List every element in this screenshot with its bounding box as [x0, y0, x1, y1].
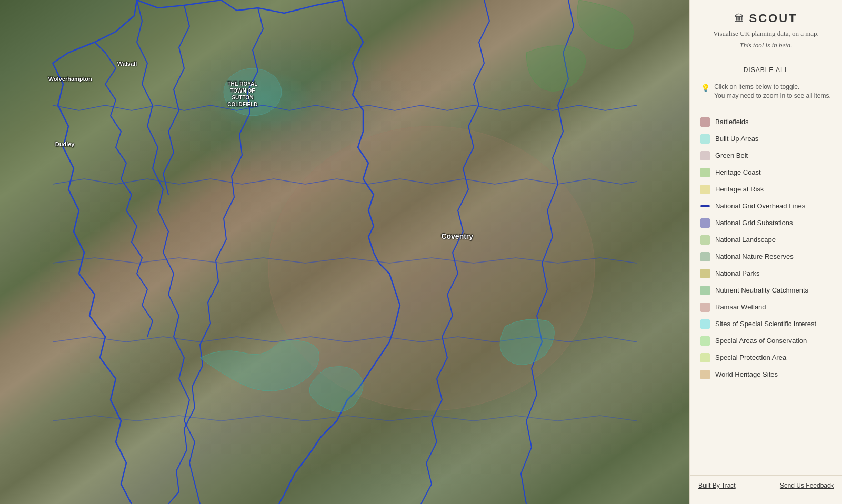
legend-label-special-protection-area: Special Protection Area — [715, 354, 786, 361]
legend-swatch-heritage-coast — [700, 168, 710, 177]
legend-label-ramsar-wetland: Ramsar Wetland — [715, 303, 766, 311]
legend-item-green-belt[interactable]: Green Belt — [698, 147, 834, 164]
legend-item-special-areas-conservation[interactable]: Special Areas of Conservation — [698, 332, 834, 349]
title-row: 🏛 SCOUT — [700, 12, 831, 25]
legend-swatch-built-up-areas — [700, 134, 710, 144]
sidebar-controls: DISABLE ALL 💡 Click on items below to to… — [690, 55, 842, 108]
legend-swatch-national-grid-substations — [700, 218, 710, 228]
legend-label-green-belt: Green Belt — [715, 152, 748, 159]
map-container[interactable]: Wolverhampton Walsall Dudley Coventry TH… — [0, 0, 689, 504]
legend-swatch-special-protection-area — [700, 353, 710, 362]
app-subtitle: Visualise UK planning data, on a map. — [700, 29, 831, 38]
toggle-hint-line2: You may need to zoom in to see all items… — [714, 92, 831, 99]
toggle-hint-text: Click on items below to toggle. You may … — [714, 83, 831, 100]
toggle-hint: 💡 Click on items below to toggle. You ma… — [701, 83, 831, 100]
sidebar: 🏛 SCOUT Visualise UK planning data, on a… — [689, 0, 842, 504]
legend-swatch-national-landscape — [700, 235, 710, 245]
legend-label-national-grid-substations: National Grid Substations — [715, 219, 793, 227]
legend-item-national-landscape[interactable]: National Landscape — [698, 231, 834, 248]
legend-swatch-ramsar-wetland — [700, 303, 710, 312]
disable-all-button[interactable]: DISABLE ALL — [733, 63, 800, 77]
legend-item-national-grid-substations[interactable]: National Grid Substations — [698, 215, 834, 231]
legend-label-sssi: Sites of Special Scientific Interest — [715, 320, 816, 328]
app-title: SCOUT — [749, 12, 798, 25]
legend-item-national-parks[interactable]: National Parks — [698, 265, 834, 282]
legend-list: BattlefieldsBuilt Up AreasGreen BeltHeri… — [690, 108, 842, 388]
legend-item-ramsar-wetland[interactable]: Ramsar Wetland — [698, 299, 834, 316]
legend-label-national-landscape: National Landscape — [715, 236, 776, 244]
legend-label-national-grid-overhead: National Grid Overhead Lines — [715, 202, 805, 210]
legend-swatch-battlefields — [700, 117, 710, 127]
legend-item-national-nature-reserves[interactable]: National Nature Reserves — [698, 248, 834, 265]
legend-item-world-heritage[interactable]: World Heritage Sites — [698, 366, 834, 383]
legend-swatch-special-areas-conservation — [700, 336, 710, 346]
lightbulb-icon: 💡 — [701, 83, 710, 94]
sidebar-header: 🏛 SCOUT Visualise UK planning data, on a… — [690, 0, 842, 55]
legend-item-sssi[interactable]: Sites of Special Scientific Interest — [698, 316, 834, 332]
legend-item-heritage-at-risk[interactable]: Heritage at Risk — [698, 181, 834, 198]
legend-label-nutrient-neutrality: Nutrient Neutrality Catchments — [715, 286, 808, 294]
legend-swatch-world-heritage — [700, 370, 710, 379]
legend-item-battlefields[interactable]: Battlefields — [698, 114, 834, 130]
legend-item-heritage-coast[interactable]: Heritage Coast — [698, 164, 834, 181]
map-background — [0, 0, 689, 504]
app-beta: This tool is in beta. — [700, 41, 831, 49]
legend-swatch-national-nature-reserves — [700, 252, 710, 261]
legend-swatch-national-parks — [700, 269, 710, 278]
legend-swatch-sssi — [700, 319, 710, 329]
legend-swatch-heritage-at-risk — [700, 185, 710, 194]
legend-label-national-nature-reserves: National Nature Reserves — [715, 253, 794, 260]
legend-item-special-protection-area[interactable]: Special Protection Area — [698, 349, 834, 366]
legend-label-national-parks: National Parks — [715, 269, 760, 277]
legend-label-heritage-coast: Heritage Coast — [715, 168, 761, 176]
built-by-link[interactable]: Built By Tract — [698, 482, 736, 489]
legend-label-battlefields: Battlefields — [715, 118, 749, 126]
legend-label-built-up-areas: Built Up Areas — [715, 135, 758, 143]
sidebar-footer: Built By Tract Send Us Feedback — [690, 475, 842, 493]
feedback-link[interactable]: Send Us Feedback — [780, 482, 834, 489]
legend-label-special-areas-conservation: Special Areas of Conservation — [715, 337, 807, 345]
toggle-hint-line1: Click on items below to toggle. — [714, 83, 799, 90]
legend-label-heritage-at-risk: Heritage at Risk — [715, 185, 764, 193]
legend-swatch-green-belt — [700, 151, 710, 160]
legend-swatch-nutrient-neutrality — [700, 286, 710, 295]
legend-item-nutrient-neutrality[interactable]: Nutrient Neutrality Catchments — [698, 282, 834, 299]
legend-item-built-up-areas[interactable]: Built Up Areas — [698, 130, 834, 147]
legend-item-national-grid-overhead[interactable]: National Grid Overhead Lines — [698, 198, 834, 215]
legend-label-world-heritage: World Heritage Sites — [715, 370, 778, 378]
legend-swatch-national-grid-overhead — [700, 201, 710, 211]
building-icon: 🏛 — [735, 13, 744, 24]
